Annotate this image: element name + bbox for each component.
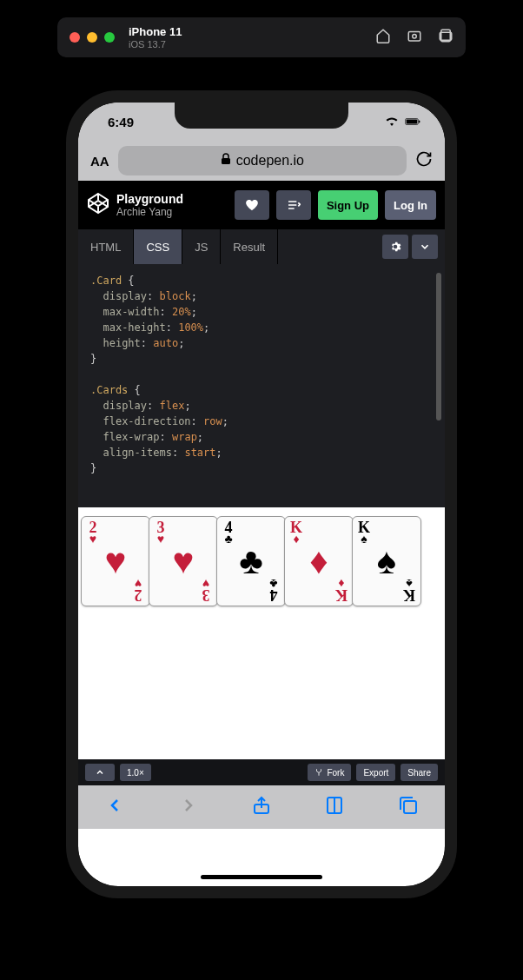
lock-icon xyxy=(221,153,231,169)
export-button[interactable]: Export xyxy=(356,764,395,781)
home-indicator[interactable] xyxy=(201,875,322,879)
tab-css[interactable]: CSS xyxy=(134,229,182,264)
close-window-button[interactable] xyxy=(70,32,80,43)
svg-rect-6 xyxy=(419,120,420,122)
url-field[interactable]: codepen.io xyxy=(118,146,407,175)
status-time: 6:49 xyxy=(108,115,134,129)
tabs-icon[interactable] xyxy=(398,795,419,819)
screenshot-icon[interactable] xyxy=(407,28,422,47)
os-version: iOS 13.7 xyxy=(129,39,182,50)
rotate-icon[interactable] xyxy=(438,28,453,47)
bookmarks-icon[interactable] xyxy=(324,795,345,819)
share-button[interactable]: Share xyxy=(401,764,438,781)
iphone-device-frame: 6:49 AA codepen.io xyxy=(66,90,457,898)
battery-icon xyxy=(405,115,420,129)
console-toggle-button[interactable] xyxy=(85,764,115,781)
refresh-button[interactable] xyxy=(415,150,433,171)
zoom-label[interactable]: 1.0× xyxy=(120,764,151,781)
svg-point-1 xyxy=(413,35,417,39)
home-icon[interactable] xyxy=(375,28,391,47)
svg-rect-5 xyxy=(407,119,417,123)
back-button[interactable] xyxy=(104,795,125,819)
editor-scrollbar[interactable] xyxy=(436,273,441,420)
settings-button[interactable] xyxy=(382,235,408,259)
pen-author[interactable]: Archie Yang xyxy=(116,206,228,218)
svg-rect-9 xyxy=(404,801,416,813)
playing-card: 2♥♥2♥ xyxy=(81,516,150,606)
notch xyxy=(175,103,348,129)
editor-tabs: HTML CSS JS Result xyxy=(78,229,445,264)
playing-card: 4♣♣4♣ xyxy=(216,516,286,606)
svg-rect-0 xyxy=(408,32,420,42)
safari-toolbar xyxy=(78,785,445,829)
minimize-window-button[interactable] xyxy=(87,32,97,43)
result-pane: 2♥♥2♥3♥♥3♥4♣♣4♣K♦♦K♦K♠♠K♠ xyxy=(78,507,445,759)
heart-button[interactable] xyxy=(235,190,269,220)
text-size-button[interactable]: AA xyxy=(90,154,109,169)
url-domain: codepen.io xyxy=(236,153,304,169)
wifi-icon xyxy=(384,115,400,129)
login-button[interactable]: Log In xyxy=(385,190,436,220)
safari-url-bar: AA codepen.io xyxy=(78,141,445,181)
maximize-window-button[interactable] xyxy=(104,32,115,43)
pen-title: Playground xyxy=(116,192,228,206)
tab-js[interactable]: JS xyxy=(182,229,221,264)
playing-card: K♦♦K♦ xyxy=(284,516,354,606)
view-mode-button[interactable] xyxy=(276,190,311,220)
playing-card: K♠♠K♠ xyxy=(352,516,421,606)
simulator-device-info: iPhone 11 iOS 13.7 xyxy=(129,25,182,50)
signup-button[interactable]: Sign Up xyxy=(318,190,378,220)
share-icon[interactable] xyxy=(251,795,272,819)
chevron-down-button[interactable] xyxy=(412,235,438,259)
svg-rect-7 xyxy=(222,158,230,164)
playing-card: 3♥♥3♥ xyxy=(149,516,218,606)
codepen-footer: 1.0× Fork Export Share xyxy=(78,759,445,785)
codepen-logo-icon[interactable] xyxy=(87,192,109,218)
window-controls xyxy=(70,32,115,43)
device-name: iPhone 11 xyxy=(129,25,182,39)
simulator-titlebar: iPhone 11 iOS 13.7 xyxy=(57,17,466,57)
forward-button[interactable] xyxy=(178,795,199,819)
codepen-header: Playground Archie Yang Sign Up Log In xyxy=(78,181,445,229)
tab-result[interactable]: Result xyxy=(221,229,278,264)
fork-button[interactable]: Fork xyxy=(308,764,351,781)
tab-html[interactable]: HTML xyxy=(78,229,134,264)
css-editor[interactable]: .Card { display: block; max-width: 20%; … xyxy=(78,264,445,507)
